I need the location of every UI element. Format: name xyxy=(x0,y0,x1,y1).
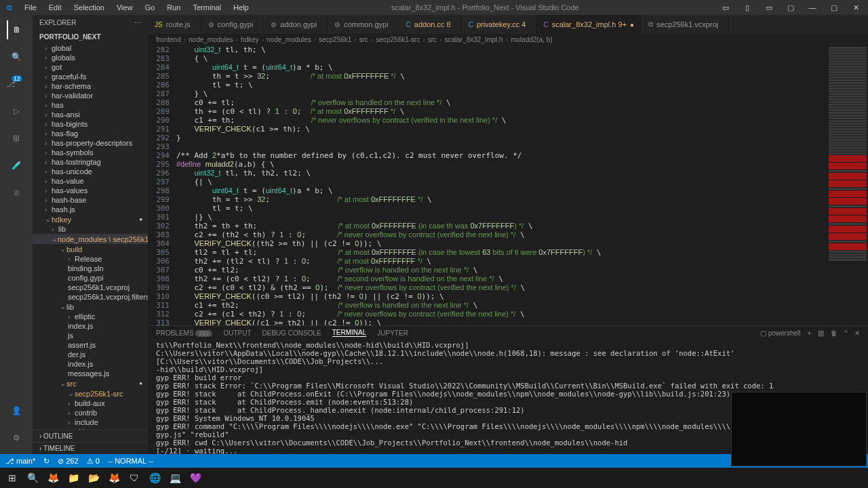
debug-icon[interactable]: ▷ xyxy=(7,102,26,121)
editor-tab[interactable]: Caddon.cc 8 xyxy=(399,15,462,34)
account-icon[interactable]: 👤 xyxy=(7,401,26,420)
tree-item[interactable]: ›contrib xyxy=(33,408,148,418)
tree-item[interactable]: ›has-values xyxy=(33,186,148,195)
taskbar-app[interactable]: 🌐 xyxy=(145,470,164,486)
menu-run[interactable]: Run xyxy=(161,2,186,13)
tree-item[interactable]: ›globals xyxy=(33,53,148,62)
editor-tab[interactable]: JSroute.js xyxy=(148,15,201,34)
tree-item[interactable]: ›elliptic xyxy=(33,312,148,321)
code-editor[interactable]: uint32_t tl, th; \ { \ uint64_t t = (uin… xyxy=(176,45,827,325)
menu-edit[interactable]: Edit xyxy=(43,2,67,13)
minimap[interactable] xyxy=(827,45,868,325)
tree-item[interactable]: ⌄build xyxy=(33,244,148,254)
tree-item[interactable]: ⌄src● xyxy=(33,378,148,388)
tree-item[interactable]: ›has-tostringtag xyxy=(33,157,148,167)
trash-icon[interactable]: 🗑 xyxy=(831,329,837,337)
tree-item[interactable]: secp256k1.vcxproj.filters xyxy=(33,292,148,302)
tree-item[interactable]: ›build-aux xyxy=(33,399,148,408)
explorer-icon[interactable]: 🗎 xyxy=(7,20,26,39)
tree-item[interactable]: ›got xyxy=(33,62,148,72)
tree-item[interactable]: ›hash.js xyxy=(33,205,148,214)
tree-item[interactable]: config.gypi xyxy=(33,273,148,283)
taskbar-app[interactable]: 📁 xyxy=(64,470,83,486)
testing-icon[interactable]: 🧪 xyxy=(7,156,26,175)
taskbar-app[interactable]: 📂 xyxy=(84,470,103,486)
breadcrumb[interactable]: frontend›node_modules›hdkey›node_modules… xyxy=(148,34,868,45)
tree-item[interactable]: index.js xyxy=(33,321,148,331)
tree-item[interactable]: ›har-schema xyxy=(33,81,148,91)
close-panel-icon[interactable]: ✕ xyxy=(854,329,860,337)
more-icon[interactable]: ⋯ xyxy=(134,19,141,26)
panel-icon[interactable]: ▭ xyxy=(716,3,735,12)
search-icon[interactable]: 🔍 xyxy=(7,47,26,66)
panel-tab-output[interactable]: OUTPUT xyxy=(223,329,251,337)
tree-item[interactable]: binding.sln xyxy=(33,264,148,273)
tree-item[interactable]: ›has-bigints xyxy=(33,119,148,129)
project-name[interactable]: PORTFOLIO_NEXT xyxy=(33,30,148,43)
editor-tab[interactable]: ⧉secp256k1.vcxproj xyxy=(642,15,729,34)
taskbar-app[interactable]: 🦊 xyxy=(43,470,62,486)
tree-item[interactable]: assert.js xyxy=(33,340,148,350)
menu-terminal[interactable]: Terminal xyxy=(188,2,227,13)
maximize-button[interactable]: ▢ xyxy=(825,3,844,12)
menu-view[interactable]: View xyxy=(111,2,138,13)
tree-item[interactable]: messages.js xyxy=(33,369,148,378)
tree-item[interactable]: ›has-flag xyxy=(33,129,148,138)
timeline-section[interactable]: › TIMELINE xyxy=(33,442,148,454)
tree-item[interactable]: ›include xyxy=(33,418,148,427)
scm-icon[interactable]: ⎇12 xyxy=(7,75,26,94)
tree-item[interactable]: ›Release xyxy=(33,254,148,264)
taskbar-app[interactable]: 🔍 xyxy=(23,470,42,486)
editor-tab[interactable]: ⚙common.gypi xyxy=(328,15,399,34)
outline-section[interactable]: › OUTLINE xyxy=(33,430,148,442)
layout-controls[interactable]: ▭ ▯ ▭ ▢ xyxy=(716,3,803,12)
tree-item[interactable]: ⌄lib xyxy=(33,302,148,312)
terminal-shell-label[interactable]: ▢ powershell xyxy=(760,329,801,337)
tree-item[interactable]: ›has xyxy=(33,100,148,110)
tree-item[interactable]: der.js xyxy=(33,350,148,359)
taskbar-app[interactable]: ⊞ xyxy=(3,470,22,486)
editor-tab[interactable]: Cprivatekey.cc 4 xyxy=(462,15,537,34)
menu-help[interactable]: Help xyxy=(228,2,254,13)
menu-file[interactable]: File xyxy=(19,2,42,13)
close-button[interactable]: ✕ xyxy=(846,3,865,12)
chevron-up-icon[interactable]: ^ xyxy=(844,329,848,337)
tree-item[interactable]: ›has-unicode xyxy=(33,167,148,176)
tree-item[interactable]: ⌄node_modules \ secp256k1 xyxy=(33,234,148,244)
errors-status[interactable]: ⊘ 262 xyxy=(58,457,78,466)
panel-icon[interactable]: ▯ xyxy=(738,3,757,12)
editor-tab[interactable]: Cscalar_8x32_impl.h 9+● xyxy=(536,15,642,34)
taskbar-app[interactable]: 🦊 xyxy=(104,470,123,486)
tree-item[interactable]: ›has-symbols xyxy=(33,148,148,157)
split-terminal-icon[interactable]: ▥ xyxy=(818,329,824,337)
panel-tab-jupyter[interactable]: JUPYTER xyxy=(377,329,408,337)
tree-item[interactable]: ›has-property-descriptors xyxy=(33,138,148,148)
tree-item[interactable]: ⌄hdkey● xyxy=(33,214,148,224)
menu-go[interactable]: Go xyxy=(140,2,161,13)
panel-icon[interactable]: ▭ xyxy=(760,3,778,12)
panel-tab-terminal[interactable]: TERMINAL xyxy=(332,329,367,337)
branch-status[interactable]: ⎇ main* xyxy=(5,457,35,466)
minimize-button[interactable]: — xyxy=(803,3,822,12)
warnings-status[interactable]: ⚠ 0 xyxy=(87,457,100,466)
tree-item[interactable]: ›has-ansi xyxy=(33,110,148,119)
taskbar-app[interactable]: 🛡 xyxy=(125,470,144,486)
taskbar-app[interactable]: 💻 xyxy=(165,470,184,486)
menu-selection[interactable]: Selection xyxy=(68,2,110,13)
new-terminal-icon[interactable]: + xyxy=(807,329,811,337)
tree-item[interactable]: ›hash-base xyxy=(33,195,148,205)
tree-item[interactable]: ›lib xyxy=(33,224,148,234)
taskbar-app[interactable]: 💜 xyxy=(186,470,205,486)
remote-icon[interactable]: ⎚ xyxy=(7,183,26,202)
tree-item[interactable]: ›graceful-fs xyxy=(33,72,148,81)
tree-item[interactable]: ⌄secp256k1-src xyxy=(33,388,148,399)
extensions-icon[interactable]: ⊞ xyxy=(7,129,26,148)
panel-tab-debug console[interactable]: DEBUG CONSOLE xyxy=(262,329,321,337)
editor-tab[interactable]: ⚙addon.gypi xyxy=(264,15,328,34)
tree-item[interactable]: js xyxy=(33,331,148,340)
tree-item[interactable]: ›global xyxy=(33,43,148,53)
tree-item[interactable]: ›has-value xyxy=(33,176,148,186)
tree-item[interactable]: secp256k1.vcxproj xyxy=(33,283,148,292)
sync-status[interactable]: ↻ xyxy=(43,457,50,466)
tree-item[interactable]: index.js xyxy=(33,359,148,369)
